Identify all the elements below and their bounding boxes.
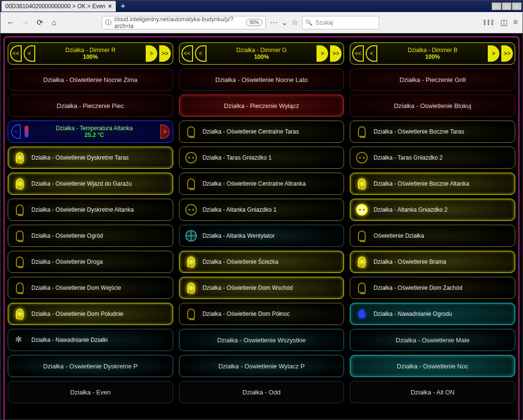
dimmer-min-button[interactable]: << (10, 45, 22, 62)
sidebar-icon[interactable]: ◫ (500, 18, 508, 27)
dimmer-down-button[interactable]: < (195, 45, 206, 62)
device-tile[interactable]: Działka - Altanka Wentylator (179, 225, 344, 247)
device-tile[interactable]: Oświetlenie Działka (350, 225, 515, 247)
window-frame: 00D36104020000000000 > OK > Even × + — □… (0, 0, 523, 420)
dimmer-max-button[interactable]: >> (159, 45, 171, 62)
dimmer-tile: <<<Działka - Dimmer R100%>>> (8, 42, 173, 65)
scene-tile[interactable]: Działka - Oswietlenie Dyskretne P (8, 355, 173, 377)
dimmer-up-button[interactable]: > (146, 45, 157, 62)
scene-tile[interactable]: Działka - Oświetlenie Nocne Zima (8, 68, 173, 91)
dimmer-min-button[interactable]: << (181, 45, 193, 62)
temperature-tile: <Działka - Temperatura Altanka25.2 °C> (8, 121, 173, 143)
tile-label: Działka - Oświetlenie Blokuj (394, 102, 471, 109)
device-tile[interactable]: Działka - Oświetlenie Wjazd do Garażu (8, 173, 173, 195)
search-bar[interactable]: 🔍 Szukaj (302, 16, 379, 29)
dimmer-min-button[interactable]: << (352, 45, 364, 62)
forward-button[interactable]: → (20, 17, 30, 28)
device-tile[interactable]: Działka - Oświetlenie Dyskretne Altanka (8, 199, 173, 221)
bulb-icon (355, 281, 369, 295)
reload-button[interactable]: ⟳ (34, 17, 45, 28)
scene-tile[interactable]: Działka - Even (8, 381, 173, 403)
scene-tile[interactable]: Działka - Pieczenie Wyłącz (179, 95, 344, 117)
dimmer-up-button[interactable]: > (488, 45, 499, 62)
dimmer-tile: <<<Działka - Dimmer B100%>>> (350, 42, 515, 65)
dimmer-label: Działka - Dimmer B100% (382, 47, 483, 61)
tile-label: Oświetlenie Działka (373, 232, 510, 239)
bulb-icon (13, 229, 27, 243)
library-icon[interactable]: ⫿⫿⫿ (483, 18, 495, 27)
scene-tile[interactable]: Działka - Oswietlenie Wylacz P (179, 355, 344, 377)
minimize-button[interactable]: — (492, 2, 501, 10)
tile-label: Działka - Oswietlenie Dyskretne P (43, 363, 138, 370)
browser-tab[interactable]: 00D36104020000000000 > OK > Even × (1, 1, 116, 12)
tile-label: Działka - Pieczenie Piec (57, 102, 124, 109)
maximize-button[interactable]: □ (502, 2, 511, 10)
pocket-icon[interactable]: ⌄ (281, 18, 288, 27)
device-tile[interactable]: Działka - Oświetlenie Droga (8, 251, 173, 273)
url-bar[interactable]: ⓘ cloud.inteligentny.net/automatyka-budy… (102, 16, 266, 29)
device-tile[interactable]: Działka - Oświetlenie Ścieżka (179, 251, 344, 273)
temp-label: Działka - Temperatura Altanka25.2 °C (32, 125, 156, 139)
dimmer-up-button[interactable]: > (317, 45, 328, 62)
scene-tile[interactable]: Działka - Pieczenie Piec (8, 95, 173, 117)
site-info-icon[interactable]: ⓘ (105, 18, 111, 27)
tile-label: Działka - Oświetlenie Dyskretne Altanka (31, 206, 168, 213)
bulb-icon (13, 255, 27, 269)
scene-tile[interactable]: Działka - Oswietlenie Wszystkie (179, 329, 344, 351)
device-tile[interactable]: Działka - Oświetlenie Dom Zachód (350, 277, 515, 299)
tab-title: 00D36104020000000000 > OK > Even (5, 3, 106, 10)
device-tile[interactable]: Działka - Oświetlenie Boczne Altanka (350, 173, 515, 195)
tile-label: Działka - Pieczenie Wyłącz (224, 102, 299, 109)
tile-label: Działka - Taras Gniazdko 2 (373, 154, 510, 161)
dimmer-down-button[interactable]: < (24, 45, 35, 62)
device-tile[interactable]: Działka - Altanka Gniazdko 1 (179, 199, 344, 221)
scene-tile[interactable]: Działka - Odd (179, 381, 344, 403)
scene-tile[interactable]: Działka - Oswietlenie Noc (350, 355, 515, 377)
bulb-icon (355, 255, 369, 269)
dimmer-tile: <<<Działka - Dimmer G100%>>> (179, 42, 344, 65)
close-button[interactable]: × (512, 2, 522, 10)
tile-label: Działka - Oświetlenie Dom Północ (203, 311, 339, 317)
dimmer-max-button[interactable]: >> (330, 45, 342, 62)
device-tile[interactable]: Działka - Oświetlenie Dom Wschód (179, 277, 344, 299)
tile-label: Działka - Oświetlenie Dom Zachód (373, 285, 510, 291)
back-button[interactable]: ← (5, 17, 16, 28)
device-tile[interactable]: Działka - Oświetlenie Dom Wejście (8, 277, 173, 299)
device-tile[interactable]: Działka - Oświetlenie Centralne Taras (179, 121, 344, 143)
scene-tile[interactable]: Działka - Pieczenie Grill (350, 68, 515, 91)
device-tile[interactable]: Działka - Taras Gniazdko 2 (350, 147, 515, 169)
temp-down-button[interactable]: < (11, 124, 21, 139)
tab-close-icon[interactable]: × (109, 3, 112, 10)
device-tile[interactable]: Działka - Nawadnianie Działki (8, 329, 173, 351)
device-tile[interactable]: Działka - Oświetlenie Dyskretne Taras (8, 147, 173, 169)
viewport[interactable]: <<<Działka - Dimmer R100%>>><<<Działka -… (0, 33, 523, 420)
new-tab-button[interactable]: + (121, 1, 126, 12)
device-tile[interactable]: Działka - Nawadnianie Ogrodu (350, 303, 515, 325)
page-actions-icon[interactable]: ⋯ (270, 18, 277, 27)
bulb-icon (355, 177, 369, 190)
dimmer-down-button[interactable]: < (366, 45, 377, 62)
device-tile[interactable]: Działka - Altanka Gniazdko 2 (350, 199, 515, 221)
scene-tile[interactable]: Działka - Oswietlenie Male (350, 329, 515, 351)
dimmer-max-button[interactable]: >> (501, 45, 513, 62)
device-tile[interactable]: Działka - Oświetlenie Centralne Altranka (179, 173, 344, 195)
bookmark-icon[interactable]: ☆ (291, 18, 298, 27)
scene-tile[interactable]: Działka - All ON (350, 381, 515, 403)
device-tile[interactable]: Działka - Oświetlenie Dom Południe (8, 303, 173, 325)
scene-tile[interactable]: Działka - Oświetlenie Nocne Lato (179, 68, 344, 91)
bulb-icon (13, 307, 27, 321)
tile-label: Działka - Oświetlenie Nocne Zima (43, 76, 138, 83)
device-tile[interactable]: Działka - Oświetlenie Boczne Taras (350, 121, 515, 143)
device-tile[interactable]: Działka - Oświetlenie Ogród (8, 225, 173, 247)
zoom-badge[interactable]: 90% (246, 19, 262, 26)
device-tile[interactable]: Działka - Oświetlenie Brama (350, 251, 515, 273)
menu-icon[interactable]: ≡ (513, 18, 518, 27)
search-icon: 🔍 (305, 19, 313, 26)
device-tile[interactable]: Działka - Taras Gniazdko 1 (179, 147, 344, 169)
home-button[interactable]: ⌂ (49, 17, 59, 28)
tile-label: Działka - Oswietlenie Wszystkie (217, 337, 306, 344)
temp-up-button[interactable]: > (160, 124, 170, 139)
tile-label: Działka - Nawadnianie Działki (31, 337, 168, 343)
scene-tile[interactable]: Działka - Oświetlenie Blokuj (350, 95, 515, 117)
device-tile[interactable]: Działka - Oświetlenie Dom Północ (179, 303, 344, 325)
